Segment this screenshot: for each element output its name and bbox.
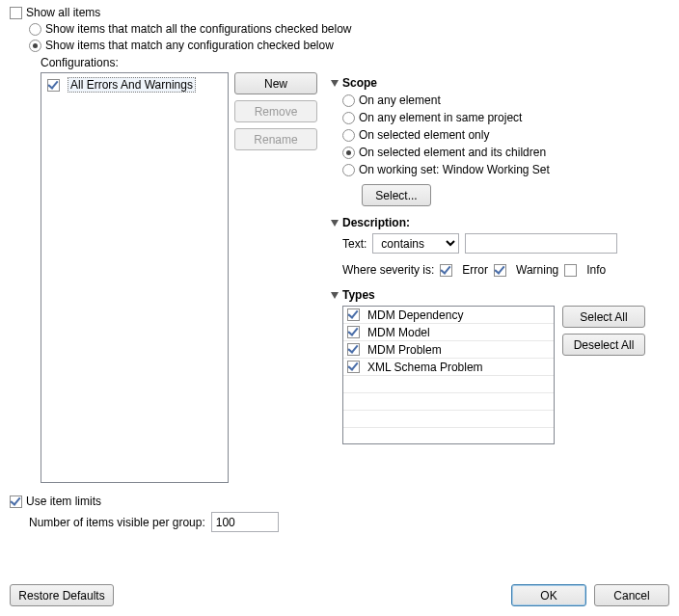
list-item bbox=[343, 376, 554, 393]
remove-button[interactable]: Remove bbox=[234, 100, 317, 122]
match-all-label: Show items that match all the configurat… bbox=[45, 22, 352, 36]
scope-selected-only-label: On selected element only bbox=[359, 128, 489, 142]
scope-working-set-radio[interactable] bbox=[342, 164, 355, 176]
use-item-limits-label: Use item limits bbox=[26, 495, 101, 508]
description-expander[interactable]: Description: bbox=[331, 216, 669, 229]
severity-warning-label: Warning bbox=[516, 263, 558, 277]
select-working-set-button[interactable]: Select... bbox=[362, 184, 431, 206]
severity-info-checkbox[interactable] bbox=[564, 264, 577, 277]
chevron-down-icon bbox=[331, 292, 339, 299]
type-item-label: MDM Problem bbox=[367, 343, 442, 357]
type-item-label: XML Schema Problem bbox=[367, 361, 483, 374]
severity-error-checkbox[interactable] bbox=[440, 264, 452, 277]
show-all-items-checkbox[interactable] bbox=[10, 7, 22, 19]
type-item-checkbox[interactable] bbox=[347, 308, 360, 321]
desc-text-input[interactable] bbox=[465, 233, 617, 254]
ok-button[interactable]: OK bbox=[511, 584, 586, 606]
severity-label: Where severity is: bbox=[342, 263, 434, 277]
deselect-all-button[interactable]: Deselect All bbox=[562, 334, 645, 356]
scope-same-project-radio[interactable] bbox=[342, 112, 355, 124]
items-per-group-input[interactable] bbox=[211, 512, 279, 532]
rename-button[interactable]: Rename bbox=[234, 128, 317, 150]
description-heading: Description: bbox=[342, 216, 410, 229]
type-item-checkbox[interactable] bbox=[347, 326, 360, 338]
type-item-checkbox[interactable] bbox=[347, 343, 360, 356]
match-any-label: Show items that match any configuration … bbox=[45, 39, 334, 52]
configurations-listbox[interactable]: All Errors And Warnings bbox=[41, 72, 229, 483]
types-listbox[interactable]: MDM Dependency MDM Model MDM Problem XML… bbox=[342, 306, 555, 444]
list-item[interactable]: MDM Dependency bbox=[343, 307, 554, 324]
list-item[interactable]: All Errors And Warnings bbox=[45, 77, 224, 93]
desc-text-label: Text: bbox=[342, 237, 367, 251]
restore-defaults-button[interactable]: Restore Defaults bbox=[10, 584, 114, 606]
types-expander[interactable]: Types bbox=[331, 288, 669, 302]
list-item[interactable]: XML Schema Problem bbox=[343, 359, 554, 376]
list-item[interactable]: MDM Model bbox=[343, 324, 554, 341]
chevron-down-icon bbox=[331, 80, 339, 87]
config-item-checkbox[interactable] bbox=[47, 79, 60, 92]
scope-selected-children-label: On selected element and its children bbox=[359, 146, 546, 159]
type-item-checkbox[interactable] bbox=[347, 361, 360, 373]
type-item-label: MDM Model bbox=[367, 326, 430, 339]
scope-selected-only-radio[interactable] bbox=[342, 129, 355, 142]
scope-any-element-radio[interactable] bbox=[342, 94, 355, 107]
types-heading: Types bbox=[342, 288, 375, 302]
desc-text-mode-select[interactable]: contains bbox=[372, 233, 459, 254]
chevron-down-icon bbox=[331, 220, 339, 227]
list-item bbox=[343, 411, 554, 428]
list-item[interactable]: MDM Problem bbox=[343, 341, 554, 359]
list-item bbox=[343, 428, 554, 444]
list-item bbox=[343, 393, 554, 411]
use-item-limits-checkbox[interactable] bbox=[10, 495, 22, 508]
scope-expander[interactable]: Scope bbox=[331, 76, 669, 90]
scope-same-project-label: On any element in same project bbox=[359, 111, 522, 124]
configurations-label: Configurations: bbox=[41, 56, 669, 69]
new-button[interactable]: New bbox=[234, 72, 317, 94]
severity-info-label: Info bbox=[586, 263, 606, 277]
severity-warning-checkbox[interactable] bbox=[494, 264, 506, 277]
scope-working-set-label: On working set: Window Working Set bbox=[359, 163, 550, 176]
type-item-label: MDM Dependency bbox=[367, 308, 463, 322]
severity-error-label: Error bbox=[462, 263, 488, 277]
config-item-label: All Errors And Warnings bbox=[68, 77, 196, 93]
scope-heading: Scope bbox=[342, 76, 377, 90]
match-all-radio[interactable] bbox=[29, 23, 41, 36]
items-per-group-label: Number of items visible per group: bbox=[29, 516, 205, 529]
show-all-items-label: Show all items bbox=[26, 6, 100, 19]
select-all-button[interactable]: Select All bbox=[562, 306, 645, 328]
cancel-button[interactable]: Cancel bbox=[594, 584, 669, 606]
match-any-radio[interactable] bbox=[29, 40, 41, 52]
scope-any-element-label: On any element bbox=[359, 94, 441, 107]
scope-selected-children-radio[interactable] bbox=[342, 147, 355, 159]
